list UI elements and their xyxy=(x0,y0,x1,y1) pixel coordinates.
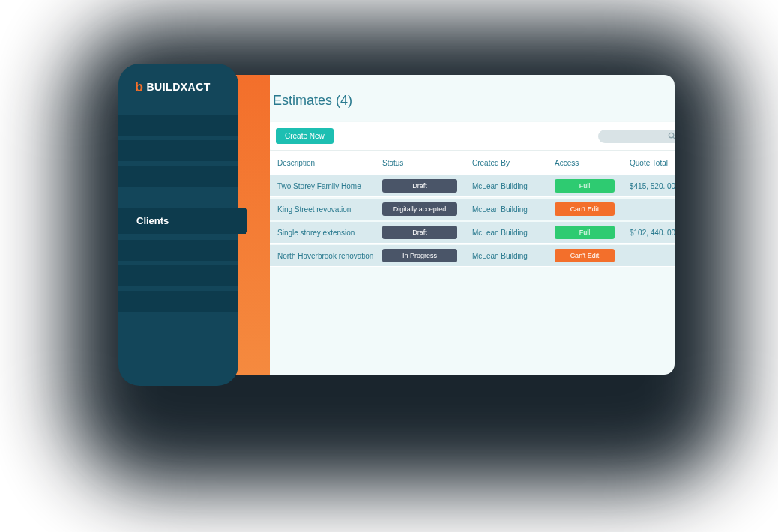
cell-created-by: McLean Building xyxy=(472,229,555,237)
cell-description: King Street revovation xyxy=(277,205,382,214)
col-header-access: Access xyxy=(555,159,630,167)
status-badge: Digitally accepted xyxy=(382,202,457,216)
cell-status: Draft xyxy=(382,226,472,239)
nav-item[interactable] xyxy=(118,166,238,187)
logo-text: BUILDXACT xyxy=(147,81,211,93)
cell-access: Can't Edit xyxy=(555,249,630,262)
search-input[interactable] xyxy=(598,130,675,143)
main-content: Estimates (4) Create New Description Sta… xyxy=(264,75,675,375)
create-new-button[interactable]: Create New xyxy=(276,128,334,144)
status-badge: Draft xyxy=(382,226,457,239)
cell-status: In Progress xyxy=(382,249,472,262)
sidebar: b BUILDXACT Clients xyxy=(118,64,238,386)
toolbar: Create New xyxy=(268,122,675,150)
nav-item[interactable] xyxy=(118,265,238,286)
svg-point-0 xyxy=(669,133,673,137)
nav-item[interactable] xyxy=(118,115,238,136)
cell-created-by: McLean Building xyxy=(472,205,555,214)
access-badge: Can't Edit xyxy=(555,249,615,262)
cell-description: Single storey extension xyxy=(277,229,382,237)
cell-access: Can't Edit xyxy=(555,202,630,216)
page-title: Estimates (4) xyxy=(268,93,675,109)
col-header-created-by: Created By xyxy=(472,159,555,167)
cell-status: Digitally accepted xyxy=(382,202,472,216)
nav-item[interactable] xyxy=(118,240,238,261)
access-badge: Can't Edit xyxy=(555,202,615,216)
status-badge: In Progress xyxy=(382,249,457,262)
table-row[interactable]: Two Storey Family HomeDraftMcLean Buildi… xyxy=(268,175,675,197)
cell-description: North Haverbrook renovation xyxy=(277,252,382,260)
cell-created-by: McLean Building xyxy=(472,182,555,190)
nav-item[interactable] xyxy=(118,291,238,312)
app-logo: b BUILDXACT xyxy=(118,80,238,94)
status-badge: Draft xyxy=(382,179,457,193)
search-icon xyxy=(668,132,675,140)
cell-created-by: McLean Building xyxy=(472,252,555,260)
col-header-description: Description xyxy=(277,159,382,167)
cell-access: Full xyxy=(555,226,630,239)
cell-description: Two Storey Family Home xyxy=(277,182,382,190)
table-row[interactable]: North Haverbrook renovationIn ProgressMc… xyxy=(268,245,675,267)
access-badge: Full xyxy=(555,179,615,193)
cell-status: Draft xyxy=(382,179,472,193)
col-header-status: Status xyxy=(382,159,472,167)
table-row[interactable]: Single storey extensionDraftMcLean Build… xyxy=(268,222,675,244)
nav-item-clients[interactable]: Clients xyxy=(118,208,246,234)
table-header-row: Description Status Created By Access Quo… xyxy=(268,151,675,175)
svg-line-1 xyxy=(673,137,675,139)
cell-quote-total: $102, 440. 00 xyxy=(630,229,675,237)
cell-quote-total: $415, 520. 00 xyxy=(630,182,675,190)
table-row[interactable]: King Street revovationDigitally accepted… xyxy=(268,199,675,220)
nav-item[interactable] xyxy=(118,140,238,161)
logo-mark-icon: b xyxy=(135,80,144,94)
access-badge: Full xyxy=(555,226,615,239)
cell-access: Full xyxy=(555,179,630,193)
col-header-quote-total: Quote Total xyxy=(630,159,675,167)
